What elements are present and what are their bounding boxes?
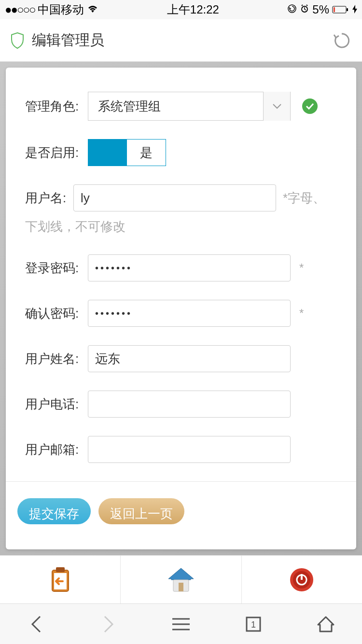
username-hint-below: 下划线，不可修改 — [25, 218, 337, 235]
home-icon — [166, 565, 196, 594]
row-password: 登录密码: ••••••• * — [25, 254, 337, 281]
charging-icon — [352, 3, 357, 16]
toolbar-clipboard-button[interactable] — [0, 556, 121, 603]
email-input[interactable] — [88, 436, 291, 463]
svg-rect-6 — [56, 567, 65, 572]
username-input[interactable] — [73, 184, 276, 211]
clock-label: 上午12:22 — [167, 2, 219, 17]
submit-button[interactable]: 提交保存 — [17, 498, 91, 524]
row-email: 用户邮箱: — [25, 436, 337, 463]
page-background: 管理角色: 系统管理组 是否启用: 是 用户名 — [0, 62, 362, 555]
svg-rect-4 — [334, 7, 335, 12]
power-icon — [289, 567, 314, 592]
browser-nav: 1 — [0, 603, 362, 644]
chevron-down-icon — [263, 92, 290, 121]
confirm-input[interactable]: ••••••• — [88, 300, 291, 327]
form-actions: 提交保存 返回上一页 — [6, 482, 356, 524]
toolbar-power-button[interactable] — [242, 556, 362, 603]
confirm-label: 确认密码: — [25, 305, 88, 322]
status-bar: ●●○○○ 中国移动 上午12:22 5% — [0, 0, 362, 19]
nav-menu-button[interactable] — [171, 615, 191, 634]
signal-dots-icon: ●●○○○ — [5, 3, 35, 16]
nav-back-button[interactable] — [27, 615, 46, 634]
row-username: 用户名: *字母、 下划线，不可修改 — [25, 184, 337, 235]
toolbar-home-button[interactable] — [121, 556, 241, 603]
svg-text:1: 1 — [251, 620, 256, 630]
battery-percent: 5% — [312, 3, 329, 16]
enabled-label: 是否启用: — [25, 144, 88, 161]
check-circle-icon — [302, 98, 318, 114]
role-label: 管理角色: — [25, 98, 88, 115]
row-enabled: 是否启用: 是 — [25, 139, 337, 166]
wifi-icon — [87, 3, 98, 16]
app-toolbar — [0, 555, 362, 603]
phone-label: 用户电话: — [25, 396, 88, 413]
status-right: 5% — [287, 3, 357, 16]
refresh-icon[interactable] — [331, 30, 352, 51]
username-label: 用户名: — [25, 190, 73, 207]
nav-home-button[interactable] — [316, 615, 335, 634]
app-header: 编辑管理员 — [0, 19, 362, 62]
required-mark: * — [299, 307, 304, 320]
phone-input[interactable] — [88, 391, 291, 418]
required-mark: * — [299, 261, 304, 275]
email-label: 用户邮箱: — [25, 441, 88, 458]
admin-form: 管理角色: 系统管理组 是否启用: 是 用户名 — [6, 68, 356, 463]
username-hint-side: *字母、 — [283, 190, 325, 207]
enabled-toggle[interactable]: 是 — [88, 139, 166, 166]
page-title: 编辑管理员 — [32, 30, 331, 50]
back-button[interactable]: 返回上一页 — [98, 498, 184, 524]
toggle-yes-label: 是 — [127, 140, 166, 166]
form-card: 管理角色: 系统管理组 是否启用: 是 用户名 — [6, 68, 356, 549]
battery-icon — [332, 3, 349, 16]
toggle-on-segment — [88, 140, 127, 166]
password-label: 登录密码: — [25, 260, 88, 277]
nav-tabs-button[interactable]: 1 — [244, 615, 263, 634]
status-left: ●●○○○ 中国移动 — [5, 2, 98, 17]
svg-rect-3 — [347, 8, 348, 11]
realname-input[interactable] — [88, 345, 291, 372]
svg-rect-13 — [301, 574, 303, 580]
svg-rect-9 — [179, 583, 183, 591]
row-role: 管理角色: 系统管理组 — [25, 92, 337, 121]
alarm-icon — [300, 3, 309, 16]
role-select[interactable]: 系统管理组 — [88, 92, 291, 121]
carrier-label: 中国移动 — [38, 2, 84, 17]
row-confirm: 确认密码: ••••••• * — [25, 300, 337, 327]
realname-label: 用户姓名: — [25, 350, 88, 367]
nav-forward-button[interactable] — [99, 615, 118, 634]
shield-icon — [10, 32, 25, 49]
row-phone: 用户电话: — [25, 391, 337, 418]
role-value: 系统管理组 — [88, 98, 263, 115]
rotation-lock-icon — [287, 3, 297, 16]
clipboard-back-icon — [47, 565, 73, 594]
row-realname: 用户姓名: — [25, 345, 337, 372]
password-input[interactable]: ••••••• — [88, 254, 291, 281]
